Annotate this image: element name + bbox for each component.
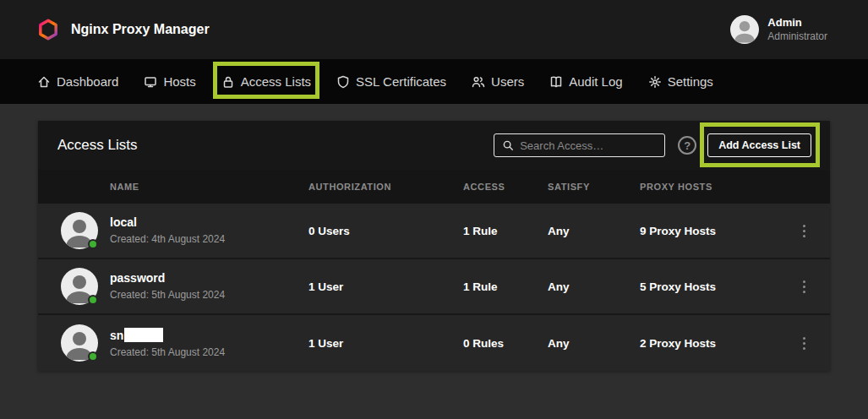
cell-proxy-hosts: 9 Proxy Hosts bbox=[640, 225, 789, 237]
nav-label: Access Lists bbox=[241, 74, 311, 89]
nav-item-settings[interactable]: Settings bbox=[648, 74, 713, 89]
user-avatar bbox=[730, 15, 759, 44]
access-list-name: sn bbox=[110, 328, 308, 343]
column-header-authorization: AUTHORIZATION bbox=[308, 182, 463, 192]
status-online-dot bbox=[88, 295, 98, 305]
status-online-dot bbox=[88, 239, 98, 249]
row-menu-button[interactable] bbox=[791, 274, 816, 299]
app-title: Nginx Proxy Manager bbox=[71, 22, 210, 37]
table-row: local Created: 4th August 2024 0 Users 1… bbox=[38, 204, 830, 259]
nav-item-audit-log[interactable]: Audit Log bbox=[549, 74, 622, 89]
cell-proxy-hosts: 2 Proxy Hosts bbox=[640, 337, 789, 350]
cell-authorization: 0 Users bbox=[308, 225, 463, 237]
gear-icon bbox=[648, 75, 662, 89]
main-nav: Dashboard Hosts Access Lists SSL Certifi… bbox=[0, 59, 868, 104]
row-menu-button[interactable] bbox=[791, 218, 816, 243]
users-icon bbox=[472, 75, 485, 89]
nav-item-hosts[interactable]: Hosts bbox=[144, 74, 195, 89]
page-title: Access Lists bbox=[57, 137, 137, 154]
nav-item-access-lists[interactable]: Access Lists bbox=[221, 74, 311, 89]
nav-label: SSL Certificates bbox=[356, 74, 446, 89]
cell-satisfy: Any bbox=[548, 225, 640, 237]
nav-label: Users bbox=[491, 74, 524, 89]
table-row: sn Created: 5th August 2024 1 User 0 Rul… bbox=[38, 315, 830, 371]
content-area: Access Lists ? Add Access List NAME AUTH… bbox=[0, 104, 868, 371]
nav-label: Dashboard bbox=[57, 74, 118, 89]
add-access-list-button[interactable]: Add Access List bbox=[707, 133, 811, 157]
book-icon bbox=[549, 75, 563, 89]
row-avatar bbox=[61, 212, 98, 249]
top-bar: Nginx Proxy Manager Admin Administrator bbox=[0, 0, 868, 59]
cell-satisfy: Any bbox=[548, 280, 640, 293]
nav-item-users[interactable]: Users bbox=[472, 74, 524, 89]
nav-label: Hosts bbox=[163, 74, 195, 89]
search-icon bbox=[502, 139, 514, 151]
search-input[interactable] bbox=[520, 139, 657, 152]
row-menu-button[interactable] bbox=[791, 330, 816, 356]
cell-access: 0 Rules bbox=[463, 337, 548, 350]
status-online-dot bbox=[88, 351, 98, 362]
cell-authorization: 1 User bbox=[308, 337, 463, 350]
row-avatar bbox=[61, 268, 98, 305]
help-button[interactable]: ? bbox=[678, 136, 696, 155]
panel-header: Access Lists ? Add Access List bbox=[38, 121, 830, 170]
access-list-name: local bbox=[110, 215, 308, 230]
column-header-satisfy: SATISFY bbox=[548, 182, 640, 192]
user-role: Administrator bbox=[767, 30, 827, 43]
row-avatar bbox=[61, 324, 98, 362]
app-logo-icon bbox=[37, 19, 59, 41]
cell-access: 1 Rule bbox=[463, 280, 548, 293]
user-menu[interactable]: Admin Administrator bbox=[730, 15, 827, 44]
cell-proxy-hosts: 5 Proxy Hosts bbox=[640, 280, 789, 293]
nav-label: Audit Log bbox=[569, 74, 622, 89]
table-row: password Created: 5th August 2024 1 User… bbox=[38, 259, 830, 315]
nav-item-ssl-certificates[interactable]: SSL Certificates bbox=[336, 74, 446, 89]
monitor-icon bbox=[144, 75, 157, 89]
table-header-row: NAME AUTHORIZATION ACCESS SATISFY PROXY … bbox=[38, 170, 830, 204]
access-list-created: Created: 5th August 2024 bbox=[110, 346, 308, 358]
home-icon bbox=[37, 75, 51, 89]
search-box bbox=[494, 133, 665, 157]
access-list-created: Created: 5th August 2024 bbox=[110, 289, 308, 301]
cell-satisfy: Any bbox=[548, 337, 640, 350]
redaction-box bbox=[124, 328, 163, 342]
user-name: Admin bbox=[767, 16, 827, 30]
access-lists-panel: Access Lists ? Add Access List NAME AUTH… bbox=[38, 121, 830, 371]
column-header-name: NAME bbox=[110, 182, 308, 192]
shield-icon bbox=[336, 75, 350, 89]
access-list-created: Created: 4th August 2024 bbox=[110, 233, 308, 245]
cell-authorization: 1 User bbox=[308, 280, 463, 293]
nav-label: Settings bbox=[668, 74, 713, 89]
column-header-proxy-hosts: PROXY HOSTS bbox=[640, 182, 789, 192]
cell-access: 1 Rule bbox=[463, 225, 548, 237]
access-list-name: password bbox=[110, 271, 308, 286]
nav-item-dashboard[interactable]: Dashboard bbox=[37, 74, 118, 89]
column-header-access: ACCESS bbox=[463, 182, 548, 192]
lock-icon bbox=[221, 75, 235, 89]
